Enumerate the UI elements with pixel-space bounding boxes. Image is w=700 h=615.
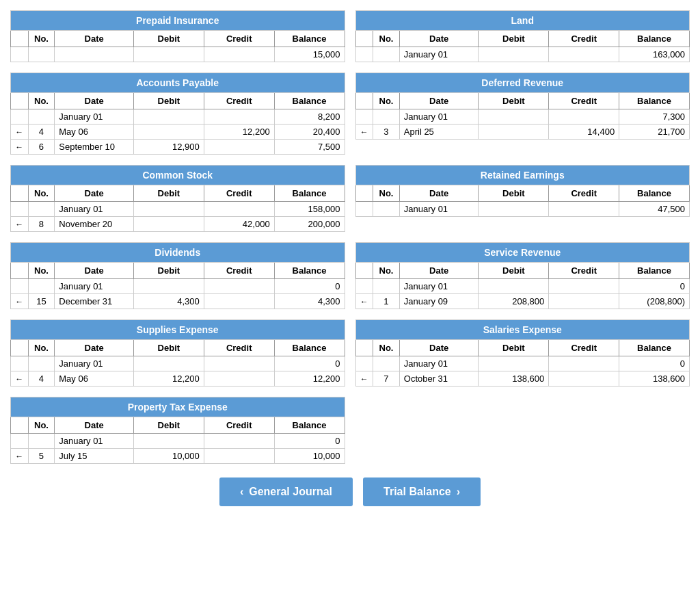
land-table: Land No. Date Debit Credit Balance Janua…	[355, 10, 690, 62]
land-title: Land	[355, 11, 690, 31]
property-tax-expense-title: Property Tax Expense	[11, 397, 345, 417]
entry-arrow-icon: ←	[360, 127, 368, 137]
entry-arrow-icon: ←	[15, 452, 23, 461]
general-journal-label: General Journal	[249, 486, 332, 498]
property-tax-expense-table: Property Tax Expense No. Date Debit Cred…	[10, 397, 345, 464]
accounts-payable-table: Accounts Payable No. Date Debit Credit B…	[10, 73, 345, 155]
table-row: January 01 158,000	[11, 202, 345, 217]
trial-balance-button[interactable]: Trial Balance ›	[363, 477, 481, 506]
entry-arrow-icon: ←	[15, 142, 23, 152]
dividends-table: Dividends No. Date Debit Credit Balance …	[10, 242, 345, 309]
entry-arrow-icon: ←	[15, 297, 23, 306]
prepaid-insurance-title: Prepaid Insurance	[11, 11, 345, 31]
table-row: January 01 163,000	[355, 47, 690, 62]
entry-arrow-icon: ←	[15, 127, 23, 137]
table-row: ← 3 April 25 14,400 21,700	[355, 125, 690, 140]
table-row: January 01 7,300	[355, 109, 690, 125]
table-row: January 01 0	[355, 279, 690, 294]
col-credit: Credit	[204, 31, 274, 47]
table-row: ← 8 November 20 42,000 200,000	[11, 217, 345, 232]
next-chevron-icon: ›	[457, 486, 460, 498]
entry-arrow-icon: ←	[15, 220, 23, 229]
supplies-expense-table: Supplies Expense No. Date Debit Credit B…	[10, 319, 345, 387]
dividends-title: Dividends	[11, 243, 345, 263]
table-row: January 01 8,200	[11, 109, 345, 125]
table-row: ← 15 December 31 4,300 4,300	[11, 294, 345, 309]
bottom-navigation: ‹ General Journal Trial Balance ›	[10, 477, 690, 506]
col-debit: Debit	[133, 31, 204, 47]
col-no: No.	[28, 31, 55, 47]
salaries-expense-title: Salaries Expense	[355, 320, 690, 340]
col-date: Date	[55, 31, 134, 47]
table-row: January 01 0	[11, 279, 345, 294]
table-row: January 01 47,500	[355, 202, 690, 217]
table-row: ← 4 May 06 12,200 12,200	[11, 371, 345, 387]
table-row: January 01 0	[11, 434, 345, 449]
col-icon	[11, 31, 29, 47]
service-revenue-title: Service Revenue	[355, 243, 690, 263]
prev-chevron-icon: ‹	[240, 486, 243, 498]
entry-arrow-icon: ←	[360, 297, 368, 306]
table-row: ← 7 October 31 138,600 138,600	[355, 371, 690, 387]
table-row: ← 5 July 15 10,000 10,000	[11, 449, 345, 464]
retained-earnings-title: Retained Earnings	[355, 166, 690, 185]
service-revenue-table: Service Revenue No. Date Debit Credit Ba…	[355, 242, 690, 309]
common-stock-table: Common Stock No. Date Debit Credit Balan…	[10, 165, 345, 232]
supplies-expense-title: Supplies Expense	[11, 320, 345, 340]
deferred-revenue-table: Deferred Revenue No. Date Debit Credit B…	[355, 73, 690, 155]
col-balance: Balance	[274, 31, 345, 47]
entry-arrow-icon: ←	[15, 374, 23, 384]
ledger-grid: Prepaid Insurance No. Date Debit Credit …	[10, 10, 690, 464]
general-journal-button[interactable]: ‹ General Journal	[219, 477, 353, 506]
entry-arrow-icon: ←	[360, 374, 368, 384]
prepaid-insurance-table: Prepaid Insurance No. Date Debit Credit …	[10, 10, 345, 62]
common-stock-title: Common Stock	[11, 166, 345, 185]
retained-earnings-table: Retained Earnings No. Date Debit Credit …	[355, 165, 690, 232]
table-row: 15,000	[11, 47, 345, 62]
trial-balance-label: Trial Balance	[383, 486, 451, 498]
table-row: January 01 0	[355, 356, 690, 371]
salaries-expense-table: Salaries Expense No. Date Debit Credit B…	[355, 319, 690, 387]
table-row: ← 6 September 10 12,900 7,500	[11, 140, 345, 155]
table-row: ← 1 January 09 208,800 (208,800)	[355, 294, 690, 309]
deferred-revenue-title: Deferred Revenue	[355, 73, 690, 93]
table-row: January 01 0	[11, 356, 345, 371]
accounts-payable-title: Accounts Payable	[11, 73, 345, 93]
table-row: ← 4 May 06 12,200 20,400	[11, 125, 345, 140]
